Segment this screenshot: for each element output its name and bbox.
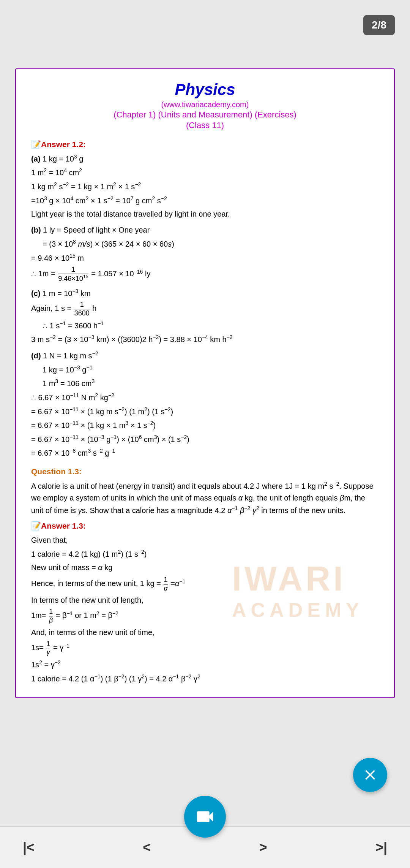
last-page-button[interactable]: >| bbox=[375, 839, 387, 855]
document-content: 📝Answer 1.2: (a) 1 kg = 103 g 1 m2 = 104… bbox=[31, 138, 379, 684]
first-page-button[interactable]: |< bbox=[23, 839, 35, 855]
next-page-button[interactable]: > bbox=[259, 839, 267, 855]
doc-chapter: (Chapter 1) (Units and Measurement) (Exe… bbox=[31, 110, 379, 120]
doc-title: Physics bbox=[31, 81, 379, 99]
close-button[interactable] bbox=[353, 758, 387, 792]
doc-class: (Class 11) bbox=[31, 120, 379, 130]
answer-1-2-label: 📝Answer 1.2: bbox=[31, 140, 86, 149]
prev-page-button[interactable]: < bbox=[143, 839, 151, 855]
camera-button[interactable] bbox=[184, 796, 226, 838]
answer-1-3-label: 📝Answer 1.3: bbox=[31, 521, 86, 530]
page-indicator: 2/8 bbox=[363, 15, 395, 35]
doc-website: (www.tiwariacademy.com) bbox=[31, 100, 379, 109]
document-card: Physics (www.tiwariacademy.com) (Chapter… bbox=[15, 68, 395, 698]
question-1-3-label: Question 1.3: bbox=[31, 467, 82, 476]
